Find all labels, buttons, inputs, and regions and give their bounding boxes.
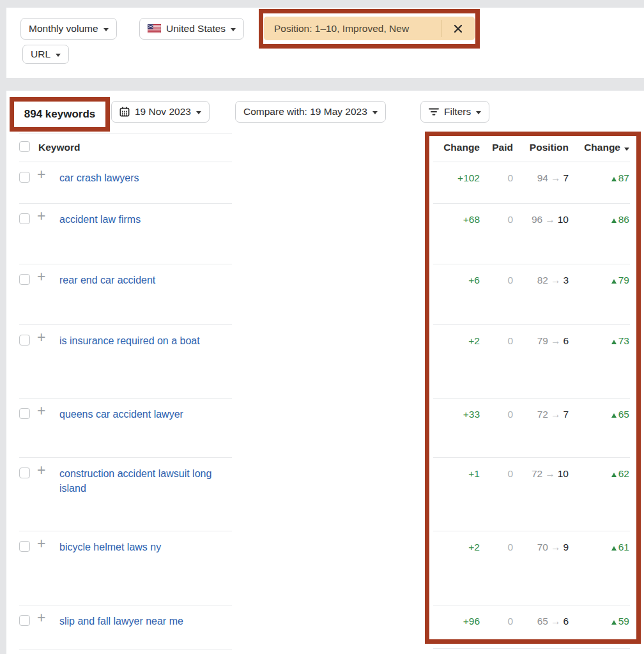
- sort-desc-icon: [624, 148, 629, 151]
- add-icon[interactable]: +: [37, 267, 45, 286]
- row-checkbox[interactable]: [19, 541, 30, 552]
- table-row: + slip and fall lawyer near me +96 0 65→…: [0, 605, 644, 650]
- arrow-right-icon: →: [551, 542, 561, 552]
- column-header-position[interactable]: Position: [530, 142, 569, 153]
- row-checkbox[interactable]: [19, 615, 30, 626]
- keyword-link[interactable]: bicycle helmet laws ny: [59, 540, 231, 554]
- table-row: + construction accident lawsuit long isl…: [0, 457, 644, 531]
- position-cell: 72→7: [537, 408, 569, 421]
- close-icon: [454, 24, 463, 33]
- arrow-right-icon: →: [551, 172, 561, 183]
- arrow-right-icon: →: [551, 409, 561, 420]
- position-change-cell: 65: [611, 408, 629, 421]
- keyword-link[interactable]: construction accident lawsuit long islan…: [59, 466, 231, 496]
- triangle-up-icon: [611, 279, 617, 284]
- volume-change-cell: +2: [468, 541, 480, 554]
- table-rows: + car crash lawyers +102 0 94→7 87 + acc…: [0, 0, 644, 654]
- keyword-link[interactable]: is insurance required on a boat: [59, 333, 231, 348]
- row-checkbox[interactable]: [19, 408, 30, 419]
- row-checkbox[interactable]: [19, 335, 30, 346]
- triangle-up-icon: [611, 218, 617, 223]
- position-change-cell: 61: [611, 541, 629, 554]
- table-row: + bicycle helmet laws ny +2 0 70→9 61: [0, 531, 644, 605]
- paid-cell: 0: [507, 172, 513, 185]
- row-divider: [19, 133, 232, 133]
- arrow-right-icon: →: [545, 468, 555, 479]
- row-checkbox[interactable]: [19, 274, 30, 285]
- row-checkbox[interactable]: [19, 468, 30, 478]
- add-icon[interactable]: +: [37, 328, 45, 347]
- arrow-right-icon: →: [551, 275, 561, 285]
- position-from: 82: [537, 275, 548, 285]
- triangle-up-icon: [611, 413, 617, 418]
- position-to: 7: [563, 409, 569, 420]
- column-header-position-change[interactable]: Change: [584, 142, 629, 153]
- paid-cell: 0: [507, 468, 513, 480]
- rank-tracker-page: Monthly volume United States: [0, 0, 644, 654]
- table-row: + is insurance required on a boat +2 0 7…: [0, 324, 644, 398]
- table-row: + queens car accident lawyer +33 0 72→7 …: [0, 398, 644, 457]
- arrow-right-icon: →: [545, 214, 555, 225]
- position-cell: 94→7: [537, 172, 569, 185]
- position-to: 6: [563, 616, 569, 627]
- add-icon[interactable]: +: [37, 608, 45, 627]
- keyword-link[interactable]: rear end car accident: [59, 273, 231, 287]
- row-checkbox[interactable]: [19, 213, 30, 224]
- paid-cell: 0: [507, 615, 513, 628]
- position-change-value: 87: [618, 172, 629, 183]
- table-row: + car crash lawyers +102 0 94→7 87: [0, 162, 644, 203]
- position-change-value: 61: [618, 542, 629, 552]
- position-from: 96: [532, 214, 542, 225]
- position-change-value: 65: [618, 409, 629, 420]
- position-from: 70: [537, 542, 548, 552]
- add-icon[interactable]: +: [37, 401, 45, 420]
- position-to: 10: [558, 214, 569, 225]
- keyword-link[interactable]: queens car accident lawyer: [59, 407, 231, 422]
- keyword-link[interactable]: car crash lawyers: [59, 171, 231, 185]
- remove-filter-button[interactable]: [441, 17, 475, 40]
- column-header-paid[interactable]: Paid: [492, 142, 513, 153]
- triangle-up-icon: [611, 473, 617, 477]
- volume-change-cell: +6: [468, 274, 480, 287]
- position-cell: 65→6: [537, 615, 569, 628]
- add-icon[interactable]: +: [37, 165, 45, 184]
- triangle-up-icon: [611, 340, 617, 344]
- paid-cell: 0: [507, 541, 513, 554]
- position-change-cell: 62: [611, 468, 629, 480]
- volume-change-cell: +96: [463, 615, 480, 628]
- table-row: + rear end car accident +6 0 82→3 79: [0, 264, 644, 324]
- add-icon[interactable]: +: [37, 534, 45, 553]
- position-to: 10: [558, 468, 569, 479]
- paid-cell: 0: [507, 213, 513, 226]
- column-header-volume-change[interactable]: Change: [443, 142, 480, 153]
- position-change-value: 62: [618, 468, 629, 479]
- volume-change-cell: +1: [468, 468, 480, 480]
- keyword-link[interactable]: accident law firms: [59, 212, 231, 227]
- position-change-header-label: Change: [584, 142, 620, 153]
- position-to: 9: [563, 542, 569, 552]
- paid-cell: 0: [507, 408, 513, 421]
- position-to: 7: [563, 172, 569, 183]
- volume-change-cell: +102: [457, 172, 480, 185]
- position-from: 94: [537, 172, 548, 183]
- column-header-keyword[interactable]: Keyword: [38, 142, 80, 153]
- table-row: + accident law firms +68 0 96→10 86: [0, 203, 644, 264]
- position-change-cell: 86: [611, 213, 629, 226]
- keyword-link[interactable]: slip and fall lawyer near me: [59, 614, 231, 628]
- triangle-up-icon: [611, 546, 617, 551]
- volume-change-cell: +33: [463, 408, 480, 421]
- position-to: 6: [563, 335, 569, 346]
- position-to: 3: [563, 275, 569, 285]
- position-from: 79: [537, 335, 548, 346]
- position-cell: 70→9: [537, 541, 569, 554]
- add-icon[interactable]: +: [37, 460, 45, 480]
- position-change-cell: 59: [611, 615, 629, 628]
- keyword-count: 894 keywords: [14, 102, 105, 127]
- add-icon[interactable]: +: [37, 206, 45, 225]
- position-filter-chip[interactable]: Position: 1–10, Improved, New: [264, 17, 475, 40]
- position-change-value: 79: [618, 275, 629, 285]
- row-checkbox[interactable]: [19, 172, 30, 183]
- position-from: 72: [532, 468, 542, 479]
- position-change-value: 59: [618, 616, 629, 627]
- arrow-right-icon: →: [551, 616, 561, 627]
